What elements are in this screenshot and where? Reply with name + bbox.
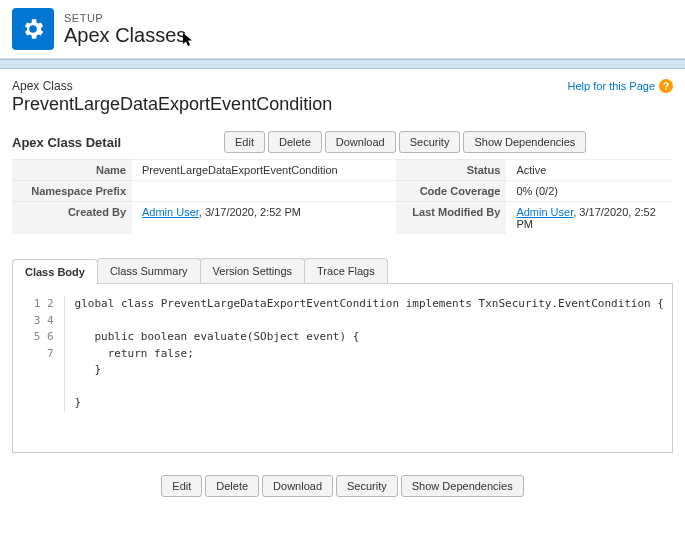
status-value: Active — [506, 159, 673, 180]
security-button-bottom[interactable]: Security — [336, 475, 398, 497]
namespace-value — [132, 180, 396, 201]
divider-bar — [0, 59, 685, 69]
delete-button-bottom[interactable]: Delete — [205, 475, 259, 497]
detail-table: Name PreventLargeDataExportEventConditio… — [12, 159, 673, 234]
download-button-bottom[interactable]: Download — [262, 475, 333, 497]
cursor-icon — [183, 29, 195, 52]
status-label: Status — [396, 159, 506, 180]
tab-row: Class Body Class Summary Version Setting… — [12, 258, 673, 284]
edit-button-bottom[interactable]: Edit — [161, 475, 202, 497]
edit-button[interactable]: Edit — [224, 131, 265, 153]
modified-by-label: Last Modified By — [396, 201, 506, 234]
action-buttons-bottom: Edit Delete Download Security Show Depen… — [12, 475, 673, 497]
help-link[interactable]: Help for this Page ? — [568, 79, 673, 93]
created-by-user-link[interactable]: Admin User — [142, 206, 199, 218]
page-header: SETUP Apex Classes — [0, 0, 685, 59]
code-body: global class PreventLargeDataExportEvent… — [65, 296, 664, 412]
line-numbers: 1 2 3 4 5 6 7 — [21, 296, 65, 412]
gear-icon — [12, 8, 54, 50]
help-icon: ? — [659, 79, 673, 93]
code-area: 1 2 3 4 5 6 7 global class PreventLargeD… — [12, 284, 673, 453]
action-buttons-top: Edit Delete Download Security Show Depen… — [224, 131, 586, 153]
tab-class-summary[interactable]: Class Summary — [97, 258, 201, 283]
show-dependencies-button[interactable]: Show Dependencies — [463, 131, 586, 153]
name-value: PreventLargeDataExportEventCondition — [132, 159, 396, 180]
modified-by-value: Admin User, 3/17/2020, 2:52 PM — [506, 201, 673, 234]
detail-title: Apex Class Detail — [12, 135, 212, 150]
tab-trace-flags[interactable]: Trace Flags — [304, 258, 388, 283]
breadcrumb: Apex Class — [12, 79, 332, 93]
coverage-label: Code Coverage — [396, 180, 506, 201]
created-by-value: Admin User, 3/17/2020, 2:52 PM — [132, 201, 396, 234]
tab-class-body[interactable]: Class Body — [12, 259, 98, 284]
namespace-label: Namespace Prefix — [12, 180, 132, 201]
created-by-label: Created By — [12, 201, 132, 234]
coverage-value: 0% (0/2) — [506, 180, 673, 201]
show-dependencies-button-bottom[interactable]: Show Dependencies — [401, 475, 524, 497]
name-label: Name — [12, 159, 132, 180]
modified-by-user-link[interactable]: Admin User — [516, 206, 573, 218]
setup-label: SETUP — [64, 12, 186, 24]
download-button[interactable]: Download — [325, 131, 396, 153]
class-name-heading: PreventLargeDataExportEventCondition — [12, 94, 332, 115]
page-title: Apex Classes — [64, 24, 186, 47]
tab-version-settings[interactable]: Version Settings — [200, 258, 306, 283]
delete-button[interactable]: Delete — [268, 131, 322, 153]
security-button[interactable]: Security — [399, 131, 461, 153]
